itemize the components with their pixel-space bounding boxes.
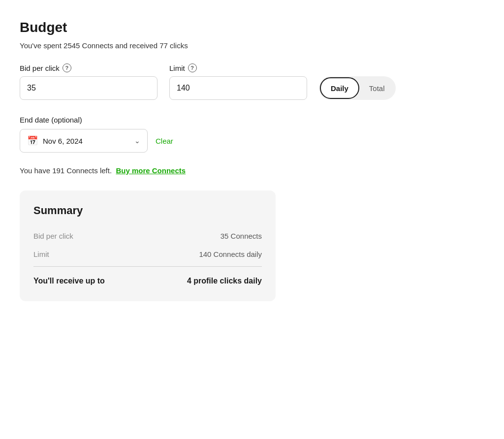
end-date-row: 📅 Nov 6, 2024 ⌄ Clear	[20, 129, 484, 153]
bid-per-click-help-icon[interactable]: ?	[63, 63, 71, 72]
summary-bid-label: Bid per click	[33, 232, 73, 240]
end-date-section: End date (optional) 📅 Nov 6, 2024 ⌄ Clea…	[20, 116, 484, 153]
limit-help-icon[interactable]: ?	[188, 63, 197, 72]
summary-row-limit: Limit 140 Connects daily	[33, 245, 262, 263]
bid-per-click-label-text: Bid per click	[20, 64, 60, 72]
summary-card: Summary Bid per click 35 Connects Limit …	[20, 190, 276, 301]
limit-group: Limit ?	[169, 63, 307, 100]
summary-limit-value: 140 Connects daily	[199, 250, 262, 258]
date-picker[interactable]: 📅 Nov 6, 2024 ⌄	[20, 129, 148, 153]
daily-toggle-button[interactable]: Daily	[320, 77, 359, 99]
subtitle-text: You've spent 2545 Connects and received …	[20, 41, 484, 50]
summary-total-label: You'll receive up to	[33, 277, 105, 285]
daily-total-toggle: Daily Total	[319, 76, 396, 100]
limit-label: Limit ?	[169, 63, 307, 72]
clear-button[interactable]: Clear	[156, 137, 173, 145]
bid-per-click-label: Bid per click ?	[20, 63, 158, 72]
summary-total-value: 4 profile clicks daily	[187, 277, 262, 285]
bid-per-click-group: Bid per click ?	[20, 63, 158, 100]
connects-info-text: You have 191 Connects left.	[20, 166, 112, 175]
summary-limit-label: Limit	[33, 250, 49, 258]
summary-total-row: You'll receive up to 4 profile clicks da…	[33, 270, 262, 287]
summary-divider	[33, 266, 262, 267]
summary-title: Summary	[33, 204, 262, 217]
summary-row-bid: Bid per click 35 Connects	[33, 227, 262, 245]
chevron-down-icon: ⌄	[134, 137, 140, 145]
limit-label-text: Limit	[169, 64, 185, 72]
buy-more-connects-link[interactable]: Buy more Connects	[116, 166, 186, 175]
end-date-label: End date (optional)	[20, 116, 484, 124]
fields-row: Bid per click ? Limit ? Daily Total	[20, 63, 484, 100]
bid-per-click-input[interactable]	[20, 76, 158, 100]
total-toggle-button[interactable]: Total	[359, 77, 395, 99]
connects-info: You have 191 Connects left. Buy more Con…	[20, 166, 484, 175]
date-value-text: Nov 6, 2024	[43, 137, 129, 145]
page-title: Budget	[20, 20, 484, 35]
limit-input[interactable]	[169, 76, 307, 100]
calendar-icon: 📅	[27, 135, 38, 146]
summary-bid-value: 35 Connects	[220, 232, 262, 240]
